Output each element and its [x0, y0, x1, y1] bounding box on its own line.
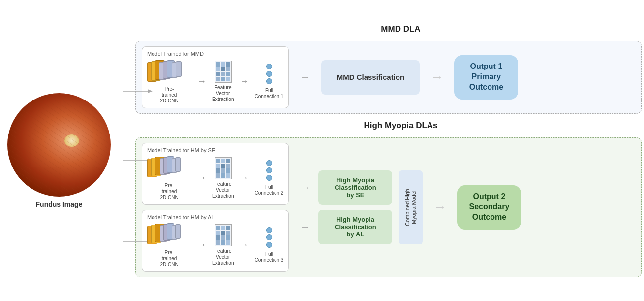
combined-label: Combined High Myopia Model [404, 189, 417, 226]
hm-title: High Myopia DLAs [364, 121, 437, 130]
fundus-section: Fundus Image [7, 93, 111, 208]
mmd-classif-to-output-arrow: → [430, 69, 443, 85]
hm-se-fc-dot2 [266, 167, 272, 173]
output1-label: Output 1 Primary Outcome [469, 62, 503, 92]
hm-al-cnn-row: Pre- trained 2D CNN → Feature Vector Ext… [147, 223, 283, 268]
hm-outer-box: Model Trained for HM by SE [135, 137, 642, 277]
hm-al-classif-label: High Myopia Classification by AL [335, 216, 376, 238]
hm-se-classif-arrow: → [300, 181, 310, 194]
mmd-fc-label: Full Connection 1 [254, 88, 283, 100]
hm-se-fc-nodes [266, 160, 272, 181]
hm-al-arrow2: → [240, 240, 248, 250]
hm-title-area: High Myopia DLAs [165, 121, 637, 131]
combined-box: Combined High Myopia Model [399, 170, 423, 244]
hm-se-model-label: Model Trained for HM by SE [147, 147, 283, 153]
hm-se-classif-row: → High Myopia Classification by SE [296, 170, 392, 205]
mmd-title: MMD DLA [381, 24, 420, 33]
right-content: MMD DLA Model Trained for MMD [135, 24, 642, 277]
hm-se-arrow2: → [240, 173, 248, 183]
hm-se-cnn-block: Pre- trained 2D CNN [147, 156, 191, 201]
combined-section: Combined High Myopia Model [399, 170, 423, 244]
mmd-arrow2: → [240, 76, 248, 87]
hm-al-classif-box: High Myopia Classification by AL [318, 210, 392, 244]
mmd-fc-nodes [266, 64, 272, 84]
hm-al-cnn-visual [147, 223, 191, 248]
mmd-cnn-block: Pre- trained 2D CNN [147, 60, 191, 104]
output1-box: Output 1 Primary Outcome [454, 55, 518, 100]
output2-box: Output 2 Secondary Outcome [457, 185, 521, 230]
hm-al-inner-box: Model Trained for HM by AL [142, 210, 289, 272]
hm-al-feat-grid [215, 224, 232, 246]
hm-se-classif-box: High Myopia Classification by SE [318, 170, 392, 205]
hm-se-feat-grid [215, 157, 232, 179]
hm-al-feature-label: Feature Vector Extraction [212, 248, 234, 266]
hm-al-arrow1: → [197, 240, 206, 250]
hm-al-classif-row: → High Myopia Classification by AL [296, 210, 392, 244]
hm-se-inner-box: Model Trained for HM by SE [142, 143, 289, 205]
hm-se-fc-label: Full Connection 2 [254, 184, 283, 196]
mmd-outer-box: Model Trained for MMD [135, 41, 642, 114]
hm-se-feature-label: Feature Vector Extraction [212, 181, 234, 199]
hm-al-fc-dot3 [266, 242, 272, 248]
hm-to-output2-arrow: → [433, 200, 446, 215]
mmd-cnn-label: Pre- trained 2D CNN [160, 86, 178, 104]
mmd-classif-label: MMD Classification [337, 73, 405, 81]
mmd-classif-box: MMD Classification [321, 60, 420, 95]
hm-se-fc-block: Full Connection 2 [254, 160, 283, 196]
hm-al-fc-nodes [266, 227, 272, 248]
hm-al-fc-dot2 [266, 234, 272, 240]
mmd-fc-dot2 [266, 71, 272, 77]
hm-inner-rows: Model Trained for HM by SE [142, 143, 289, 272]
hm-se-feature-block: Feature Vector Extraction [212, 157, 234, 199]
hm-se-arrow1: → [197, 173, 206, 183]
hm-al-fc-block: Full Connection 3 [254, 227, 283, 263]
mmd-feature-block: Feature Vector Extraction [212, 61, 234, 102]
mmd-cnn-visual [147, 60, 191, 84]
hm-al-cnn-label: Pre- trained 2D CNN [160, 250, 178, 268]
hm-se-cnn-row: Pre- trained 2D CNN → Feature Vector Ext… [147, 156, 283, 201]
hm-al-cnn-block: Pre- trained 2D CNN [147, 223, 191, 268]
hm-al-classif-arrow: → [300, 221, 310, 234]
fundus-image [7, 93, 111, 197]
mmd-title-area: MMD DLA [165, 24, 637, 34]
mmd-to-classif-arrow: → [300, 71, 310, 84]
mmd-feature-label: Feature Vector Extraction [212, 85, 234, 102]
mmd-cnn-row: Pre- trained 2D CNN → Feature Vector Ext… [147, 60, 283, 104]
hm-al-feature-block: Feature Vector Extraction [212, 224, 234, 266]
fundus-label: Fundus Image [36, 201, 83, 208]
output2-label: Output 2 Secondary Outcome [469, 192, 510, 222]
mmd-feat-grid [215, 61, 232, 83]
hm-se-fc-dot1 [266, 160, 272, 166]
hm-se-cnn-label: Pre- trained 2D CNN [160, 183, 178, 201]
hm-se-fc-dot3 [266, 175, 272, 181]
diagram-container: Fundus Image MMD DLA Model Trained for M… [0, 0, 644, 301]
mmd-inner-box: Model Trained for MMD [142, 46, 289, 108]
mmd-fc-dot3 [266, 78, 272, 84]
mmd-arrow1: → [197, 76, 206, 87]
hm-se-classif-label: High Myopia Classification by SE [335, 176, 376, 199]
hm-classif-section: → High Myopia Classification by SE → Hig… [296, 170, 392, 244]
mmd-fc-block: Full Connection 1 [254, 64, 283, 100]
hm-al-fc-dot1 [266, 227, 272, 233]
hm-al-model-label: Model Trained for HM by AL [147, 214, 283, 220]
mmd-model-label: Model Trained for MMD [147, 51, 283, 57]
hm-al-fc-label: Full Connection 3 [254, 251, 283, 263]
hm-se-cnn-visual [147, 156, 191, 181]
mmd-fc-dot1 [266, 64, 272, 69]
